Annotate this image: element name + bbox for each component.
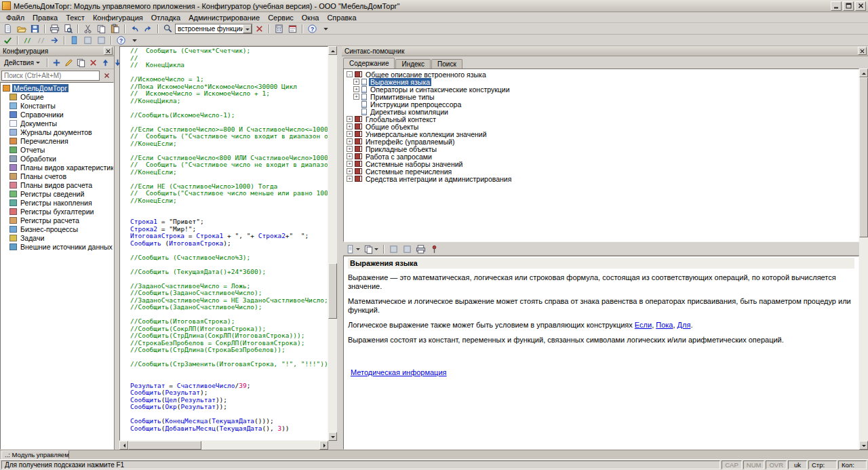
helper-tree-item[interactable]: +Интерфейс (управляемый) — [344, 138, 859, 145]
expand-icon[interactable]: + — [347, 168, 353, 174]
expand-icon[interactable]: + — [347, 138, 353, 144]
scrollbar-thumb[interactable] — [128, 441, 201, 450]
helper-tree-item[interactable]: +Общие объекты — [344, 123, 859, 130]
code-line[interactable]: Сообщить (ИтоговаяСтрока); — [130, 240, 328, 248]
scroll-right-icon[interactable] — [319, 441, 328, 450]
expand-icon[interactable]: + — [353, 79, 359, 85]
undo-button[interactable] — [128, 23, 141, 34]
scroll-down-icon[interactable] — [859, 441, 868, 450]
config-tree-item[interactable]: Регистры бухгалтерии — [1, 207, 113, 216]
code-line[interactable] — [130, 368, 328, 376]
code-line[interactable]: //Сообщить (СчастливоеЧисло%3); — [130, 254, 328, 262]
actions-menu-button[interactable]: Действия — [1, 58, 44, 68]
toolbar-options-button[interactable] — [319, 23, 332, 34]
find-button[interactable] — [161, 23, 174, 34]
code-line[interactable]: //КонецЕсли; — [130, 140, 328, 148]
helper-tree-item[interactable]: +Средства интеграции и администрирования — [344, 175, 859, 182]
menu-Конфигурация[interactable]: Конфигурация — [89, 13, 147, 22]
remove-comment-button[interactable]: // — [35, 35, 47, 45]
config-tree-item[interactable]: Документы — [1, 119, 113, 128]
expand-icon[interactable]: + — [347, 116, 353, 122]
cut-button[interactable] — [81, 23, 94, 34]
goto-line-button[interactable] — [48, 35, 61, 45]
scroll-up-icon[interactable] — [859, 68, 868, 77]
code-editor[interactable]: // Сообщить (Счетчик*Счетчик);//// Конец… — [119, 46, 328, 441]
expand-icon[interactable]: + — [353, 94, 359, 100]
code-line[interactable]: //Сообщить (ТекущаяДата()+24*3600); — [130, 269, 328, 276]
menu-Текст[interactable]: Текст — [62, 13, 89, 22]
tab-Индекс[interactable]: Индекс — [395, 59, 431, 68]
help-button[interactable]: ? — [306, 23, 319, 34]
delete-button[interactable] — [87, 57, 99, 68]
tab-Содержание[interactable]: Содержание — [343, 58, 395, 68]
code-line[interactable]: //Сообщить(ЗаданоСчастливоеЧисло); — [130, 304, 328, 311]
close-button[interactable] — [855, 1, 866, 11]
config-tree-item[interactable]: Задачи — [1, 233, 113, 242]
helper-tree-item[interactable]: +Примитивные типы — [344, 93, 859, 100]
copy-button[interactable] — [95, 23, 108, 34]
syntax-check-button[interactable] — [1, 35, 14, 45]
navigate-forward-button[interactable] — [401, 244, 414, 255]
new-button[interactable] — [1, 23, 14, 34]
config-tree-item[interactable]: Планы счетов — [1, 172, 113, 180]
config-tree-item[interactable]: Бизнес-процессы — [1, 224, 113, 233]
toolbar2-options-button[interactable] — [128, 35, 141, 45]
next-bookmark-button[interactable] — [81, 35, 94, 45]
scroll-left-icon[interactable] — [119, 441, 128, 450]
editor-window-tab[interactable]: ..: Модуль управляемого п... — [1, 450, 69, 459]
config-tree-item[interactable]: Внешние источники данных — [1, 242, 113, 251]
splitter-right[interactable] — [337, 46, 342, 450]
expand-icon[interactable]: + — [347, 131, 353, 137]
config-tree-item[interactable]: Перечисления — [1, 136, 113, 145]
helper-tree-item[interactable]: +Операторы и синтаксические конструкции — [344, 85, 859, 93]
indicator-uk[interactable]: uk — [788, 461, 807, 469]
helper-tree-item[interactable]: Директивы компиляции — [344, 108, 859, 115]
calculator-button[interactable] — [273, 23, 285, 34]
print-button[interactable] — [48, 23, 61, 34]
clear-search-icon[interactable] — [101, 71, 113, 81]
code-line[interactable]: Сообщить(Окр(Результат)); — [130, 404, 328, 411]
keyword-link-Если[interactable]: Если — [635, 321, 652, 329]
find-target-combobox[interactable]: встроенные функции — [175, 24, 252, 34]
contents-view-button[interactable] — [344, 244, 362, 255]
config-tree-item[interactable]: Планы видов характеристик — [1, 163, 113, 172]
expand-icon[interactable]: + — [347, 176, 353, 182]
tab-Поиск[interactable]: Поиск — [431, 59, 462, 68]
config-tree-item[interactable]: Регистры расчета — [1, 216, 113, 224]
collapse-icon[interactable]: - — [347, 71, 353, 77]
save-button[interactable] — [28, 23, 41, 34]
calendar-button[interactable] — [286, 23, 299, 34]
helper-tree-item[interactable]: Инструкции препроцессора — [344, 100, 859, 108]
splitter-left[interactable] — [115, 46, 119, 450]
expand-icon[interactable]: + — [347, 123, 353, 130]
minimize-button[interactable] — [831, 1, 842, 11]
scroll-down-icon[interactable] — [328, 432, 337, 441]
config-tree-item[interactable]: Обработки — [1, 154, 113, 163]
edit-button[interactable] — [63, 57, 75, 68]
config-tree-item[interactable]: Справочники — [1, 110, 113, 119]
navigate-back-button[interactable] — [387, 244, 400, 255]
menu-Отладка[interactable]: Отладка — [147, 13, 184, 22]
scrollbar-thumb[interactable] — [859, 77, 868, 237]
expand-icon[interactable]: + — [347, 153, 353, 159]
menu-Сервис[interactable]: Сервис — [264, 13, 298, 22]
paste-button[interactable] — [108, 23, 121, 34]
editor-horizontal-scrollbar[interactable] — [119, 441, 328, 450]
maximize-button[interactable] — [843, 1, 854, 11]
code-line[interactable]: //Сообщить(ИскомоеЧисло-1); — [130, 112, 328, 119]
code-line[interactable]: //Сообщить(СтрЗаменить(ИтоговаяСтрока, "… — [130, 361, 328, 368]
code-line[interactable]: //КонецЕсли; — [130, 169, 328, 176]
scrollbar-thumb[interactable] — [328, 263, 337, 318]
code-line[interactable]: //КонецЦикла; — [130, 98, 328, 105]
code-line[interactable] — [130, 204, 328, 212]
menu-Правка[interactable]: Правка — [28, 13, 62, 22]
config-tree-item[interactable]: Константы — [1, 101, 113, 110]
scroll-up-icon[interactable] — [328, 46, 337, 55]
open-button[interactable] — [15, 23, 28, 34]
bookmark-button[interactable] — [68, 35, 81, 45]
code-line[interactable]: // КонецЦикла — [130, 62, 328, 69]
helper-tree-item[interactable]: +Системные перечисления — [344, 168, 859, 175]
expand-icon[interactable]: + — [347, 161, 353, 167]
config-tree-item[interactable]: Регистры накопления — [1, 198, 113, 207]
add-button[interactable] — [51, 57, 62, 68]
